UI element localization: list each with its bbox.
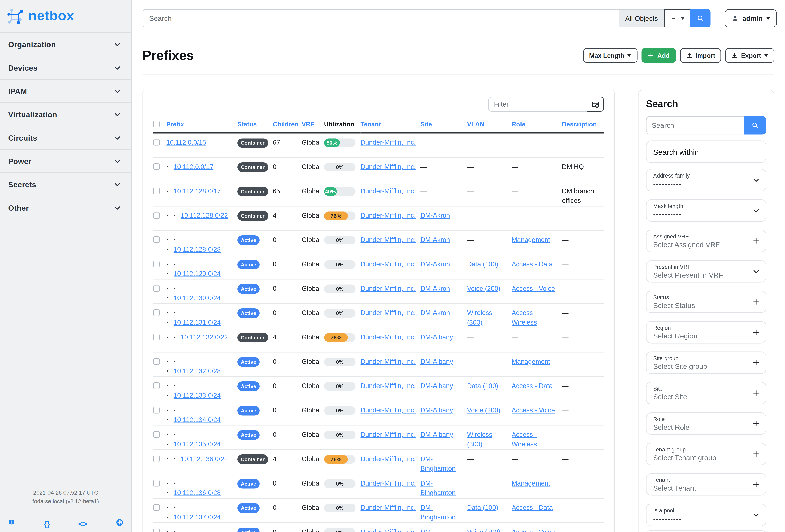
row-checkbox[interactable] xyxy=(153,407,160,413)
site-link[interactable]: DM-Binghamton xyxy=(421,455,456,472)
vlan-link[interactable]: Data (100) xyxy=(467,260,498,268)
tenant-link[interactable]: Dunder-Mifflin, Inc. xyxy=(361,455,416,463)
export-button[interactable]: Export xyxy=(725,48,774,63)
select-all-checkbox[interactable] xyxy=(153,121,160,127)
tenant-link[interactable]: Dunder-Mifflin, Inc. xyxy=(361,382,416,389)
site-link[interactable]: DM-Albany xyxy=(421,357,453,365)
tenant-link[interactable]: Dunder-Mifflin, Inc. xyxy=(361,357,416,365)
sidebar-item-devices[interactable]: Devices xyxy=(0,56,131,79)
tenant-link[interactable]: Dunder-Mifflin, Inc. xyxy=(361,284,416,292)
panel-search-button[interactable] xyxy=(744,116,766,134)
prefix-link[interactable]: 10.112.130.0/24 xyxy=(174,294,221,302)
prefix-link[interactable]: 10.112.128.0/17 xyxy=(174,187,221,195)
search-filter-button[interactable] xyxy=(664,9,690,27)
row-checkbox[interactable] xyxy=(153,139,160,146)
search-submit-button[interactable] xyxy=(690,9,711,27)
site-link[interactable]: DM-Akron xyxy=(421,236,450,244)
filter-box-address-family[interactable]: Address family---------- xyxy=(646,169,766,191)
code-icon[interactable]: <> xyxy=(78,520,87,527)
search-input[interactable] xyxy=(143,9,619,27)
row-checkbox[interactable] xyxy=(153,528,160,532)
filter-box-tags[interactable]: Tags xyxy=(646,530,766,532)
role-link[interactable]: Management xyxy=(512,479,550,487)
sidebar-item-ipam[interactable]: IPAM xyxy=(0,79,131,102)
tenant-link[interactable]: Dunder-Mifflin, Inc. xyxy=(361,479,416,487)
import-button[interactable]: Import xyxy=(680,48,721,63)
sidebar-item-other[interactable]: Other xyxy=(0,196,131,219)
vlan-link[interactable]: Wireless (300) xyxy=(467,431,492,448)
site-link[interactable]: DM-Binghamton xyxy=(421,479,456,497)
max-length-button[interactable]: Max Length xyxy=(583,48,637,63)
docs-book-icon[interactable] xyxy=(8,518,16,529)
site-link[interactable]: DM-Akron xyxy=(421,260,450,268)
table-filter-input[interactable] xyxy=(488,97,587,112)
row-checkbox[interactable] xyxy=(153,309,160,316)
tenant-link[interactable]: Dunder-Mifflin, Inc. xyxy=(361,138,416,146)
row-checkbox[interactable] xyxy=(153,163,160,170)
row-checkbox[interactable] xyxy=(153,260,160,267)
prefix-link[interactable]: 10.112.128.0/28 xyxy=(174,245,221,253)
site-link[interactable]: DM-Akron xyxy=(421,211,450,219)
row-checkbox[interactable] xyxy=(153,431,160,438)
filter-box-status[interactable]: StatusSelect Status xyxy=(646,291,766,313)
role-link[interactable]: Access - Voice xyxy=(512,284,555,292)
prefix-link[interactable]: 10.112.0.0/17 xyxy=(174,163,213,171)
prefix-link[interactable]: 10.112.136.0/22 xyxy=(181,455,228,463)
row-checkbox[interactable] xyxy=(153,480,160,486)
tenant-link[interactable]: Dunder-Mifflin, Inc. xyxy=(361,260,416,268)
sidebar-item-power[interactable]: Power xyxy=(0,149,131,173)
filter-box-mask-length[interactable]: Mask length---------- xyxy=(646,199,766,222)
tenant-link[interactable]: Dunder-Mifflin, Inc. xyxy=(361,431,416,438)
tenant-link[interactable]: Dunder-Mifflin, Inc. xyxy=(361,163,416,171)
row-checkbox[interactable] xyxy=(153,285,160,292)
site-link[interactable]: DM-Akron xyxy=(421,309,450,316)
vlan-link[interactable]: Wireless (300) xyxy=(467,309,492,326)
site-link[interactable]: DM-Binghamton xyxy=(421,504,456,521)
filter-box-tenant[interactable]: TenantSelect Tenant xyxy=(646,473,766,496)
site-link[interactable]: DM-Albany xyxy=(421,431,453,438)
prefix-link[interactable]: 10.112.128.0/22 xyxy=(181,211,228,219)
site-link[interactable]: DM-Binghamton xyxy=(421,528,456,532)
site-link[interactable]: DM-Albany xyxy=(421,382,453,389)
role-link[interactable]: Management xyxy=(512,236,550,244)
tenant-link[interactable]: Dunder-Mifflin, Inc. xyxy=(361,406,416,414)
netbox-logo[interactable]: netbox xyxy=(0,0,131,32)
sidebar-item-circuits[interactable]: Circuits xyxy=(0,126,131,149)
column-header-link[interactable]: Children xyxy=(273,121,299,128)
row-checkbox[interactable] xyxy=(153,455,160,462)
tenant-link[interactable]: Dunder-Mifflin, Inc. xyxy=(361,309,416,316)
prefix-link[interactable]: 10.112.134.0/24 xyxy=(174,416,221,424)
role-link[interactable]: Access - Data xyxy=(512,382,553,389)
api-braces-icon[interactable]: {} xyxy=(44,520,50,527)
filter-box-present-in-vrf[interactable]: Present in VRFSelect Present in VRF xyxy=(646,260,766,283)
role-link[interactable]: Access - Wireless xyxy=(512,431,537,448)
tenant-link[interactable]: Dunder-Mifflin, Inc. xyxy=(361,528,416,532)
vlan-link[interactable]: Voice (200) xyxy=(467,406,500,414)
filter-box-role[interactable]: RoleSelect Role xyxy=(646,412,766,435)
site-link[interactable]: DM-Albany xyxy=(421,406,453,414)
vlan-link[interactable]: Data (100) xyxy=(467,382,498,389)
role-link[interactable]: Access - Data xyxy=(512,260,553,268)
filter-box-assigned-vrf[interactable]: Assigned VRFSelect Assigned VRF xyxy=(646,230,766,252)
vlan-link[interactable]: Voice (200) xyxy=(467,284,500,292)
filter-box-site-group[interactable]: Site groupSelect Site group xyxy=(646,352,766,374)
row-checkbox[interactable] xyxy=(153,334,160,340)
column-header-link[interactable]: Description xyxy=(562,121,597,128)
row-checkbox[interactable] xyxy=(153,382,160,389)
role-link[interactable]: Access - Voice xyxy=(512,528,555,532)
prefix-link[interactable]: 10.112.136.0/28 xyxy=(174,489,221,497)
tenant-link[interactable]: Dunder-Mifflin, Inc. xyxy=(361,211,416,219)
prefix-link[interactable]: 10.112.137.0/24 xyxy=(174,513,221,521)
column-header-link[interactable]: VRF xyxy=(302,121,314,128)
prefix-link[interactable]: 10.112.131.0/24 xyxy=(174,318,221,326)
tenant-link[interactable]: Dunder-Mifflin, Inc. xyxy=(361,504,416,511)
column-header-link[interactable]: VLAN xyxy=(467,121,484,128)
column-header-link[interactable]: Role xyxy=(512,121,526,128)
row-checkbox[interactable] xyxy=(153,358,160,364)
prefix-link[interactable]: 10.112.129.0/24 xyxy=(174,270,221,277)
vlan-link[interactable]: Data (100) xyxy=(467,504,498,511)
column-header-link[interactable]: Prefix xyxy=(166,121,184,128)
tenant-link[interactable]: Dunder-Mifflin, Inc. xyxy=(361,187,416,195)
tenant-link[interactable]: Dunder-Mifflin, Inc. xyxy=(361,236,416,244)
row-checkbox[interactable] xyxy=(153,212,160,219)
